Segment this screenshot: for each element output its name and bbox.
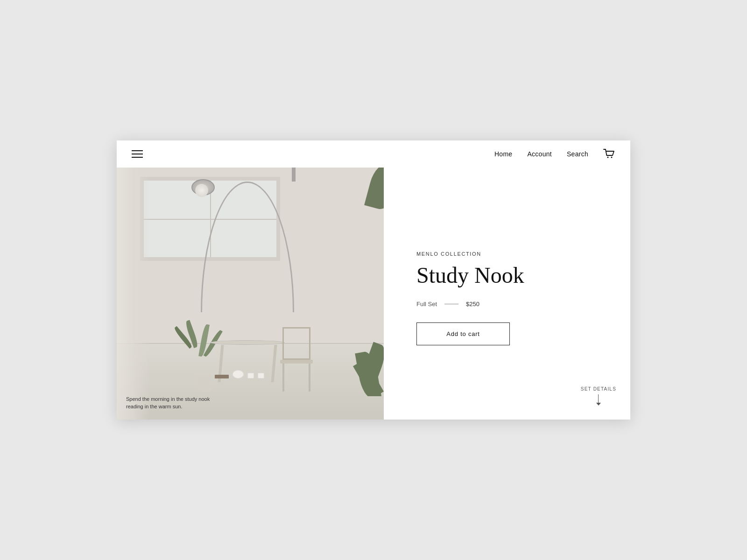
main-nav: Home Account Search: [494, 149, 615, 159]
arrow-down-icon: [596, 394, 601, 406]
svg-point-1: [611, 157, 613, 158]
books: [215, 375, 229, 378]
nav-account[interactable]: Account: [527, 150, 552, 158]
set-details-area[interactable]: SET DETAILS: [581, 386, 616, 406]
collection-label: MENLO COLLECTION: [416, 251, 602, 257]
product-info-area: MENLO COLLECTION Study Nook Full Set $25…: [384, 168, 630, 420]
main-content: Spend the morning in the study nook read…: [117, 168, 630, 420]
set-details-label: SET DETAILS: [581, 386, 616, 392]
nav-search[interactable]: Search: [567, 150, 588, 158]
price-value: $250: [466, 301, 479, 308]
variant-label: Full Set: [416, 301, 437, 308]
chair-leg-1: [282, 364, 284, 392]
leaf-overlay: [351, 168, 384, 224]
chair: [280, 360, 313, 392]
product-title: Study Nook: [416, 263, 602, 288]
table-leg-2: [271, 345, 277, 382]
price-divider: [444, 304, 458, 304]
browser-window: Home Account Search: [117, 140, 630, 420]
image-caption: Spend the morning in the study nook read…: [126, 396, 210, 410]
svg-point-0: [607, 157, 609, 158]
chair-back: [282, 327, 310, 360]
table-top: [210, 340, 285, 345]
chair-leg-2: [309, 364, 310, 392]
teapot: [233, 370, 244, 378]
site-header: Home Account Search: [117, 140, 630, 168]
overlay-leaf: [364, 168, 384, 212]
cup-1: [247, 373, 254, 378]
curtain-left: [117, 168, 149, 420]
plant-right: [346, 326, 384, 396]
room-scene: Spend the morning in the study nook read…: [117, 168, 384, 420]
nav-home[interactable]: Home: [494, 150, 512, 158]
product-image-area: Spend the morning in the study nook read…: [117, 168, 384, 420]
arrow-head: [596, 403, 601, 406]
lamp-base: [292, 168, 296, 182]
cup-2: [258, 373, 264, 378]
add-to-cart-button[interactable]: Add to cart: [416, 322, 510, 345]
chair-legs: [280, 364, 313, 392]
arrow-line: [598, 394, 599, 403]
plant-pot-left: [197, 375, 211, 392]
cart-icon[interactable]: [603, 149, 615, 159]
hamburger-menu[interactable]: [132, 150, 143, 158]
plant-leaves-right: [346, 326, 384, 396]
lamp-bulb: [195, 184, 208, 197]
chair-seat: [280, 360, 313, 364]
pricing-row: Full Set $250: [416, 301, 602, 308]
table-items: [215, 370, 264, 378]
